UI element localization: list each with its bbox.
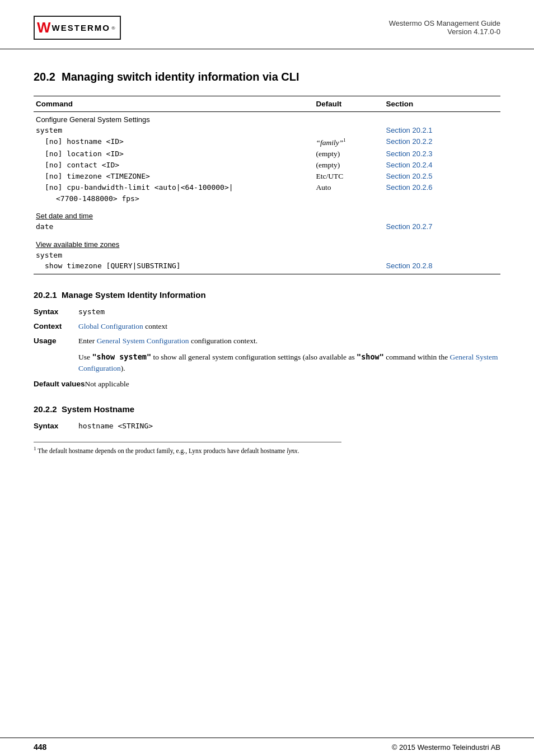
usage-block: Use "show system" to show all general sy… xyxy=(78,351,500,375)
default-cell: Etc/UTC xyxy=(313,171,383,182)
usage-link[interactable]: General System Configuration xyxy=(97,337,189,345)
col-header-section: Section xyxy=(383,96,500,112)
section-cell: Section 20.2.8 xyxy=(383,260,500,274)
logo-wrapper: W WESTERMO® xyxy=(34,16,121,40)
subsection-20-2-2-title: System Hostname xyxy=(62,404,134,414)
default-cell xyxy=(313,260,383,274)
table-row: [no] cpu-bandwidth-limit <auto|<64-10000… xyxy=(34,182,500,193)
footnote-num: 1 xyxy=(34,447,36,454)
section-cell: Section 20.2.3 xyxy=(383,148,500,160)
syntax-label: Syntax xyxy=(34,307,78,316)
doc-info: Westermo OS Management Guide Version 4.1… xyxy=(389,16,500,36)
syntax-code: system xyxy=(78,307,105,316)
default-values-label: Default values xyxy=(34,380,85,388)
command-table: Command Default Section Configure Genera… xyxy=(34,96,500,274)
usage-intro: Enter General System Configuration confi… xyxy=(78,337,257,346)
show-cmd: "show" xyxy=(357,353,384,361)
show-system-cmd: "show system" xyxy=(92,353,151,361)
main-content: 20.2 Managing switch identity informatio… xyxy=(0,49,534,471)
page-header: W WESTERMO® Westermo OS Management Guide… xyxy=(0,0,534,49)
cmd-cell: [no] contact <ID> xyxy=(34,160,313,171)
table-row: [no] contact <ID> (empty) Section 20.2.4 xyxy=(34,160,500,171)
section-heading: 20.2 Managing switch identity informatio… xyxy=(34,71,500,83)
cmd-cell: show timezone [QUERY|SUBSTRING] xyxy=(34,260,313,274)
cmd-cell: [no] timezone <TIMEZONE> xyxy=(34,171,313,182)
section-link-20-2-6[interactable]: Section 20.2.6 xyxy=(386,183,432,192)
subsection-heading-20-2-2: 20.2.2 System Hostname xyxy=(34,404,500,414)
table-row: Configure General System Settings xyxy=(34,112,500,125)
context-value: Global Configuration context xyxy=(78,322,167,331)
logo-w-letter: W xyxy=(37,19,51,36)
subsection-heading-20-2-1: 20.2.1 Manage System Identity Informatio… xyxy=(34,290,500,300)
table-row: show timezone [QUERY|SUBSTRING] Section … xyxy=(34,260,500,274)
table-row: [no] timezone <TIMEZONE> Etc/UTC Section… xyxy=(34,171,500,182)
page-number: 448 xyxy=(34,743,46,752)
subsection-title: Manage System Identity Information xyxy=(62,290,206,300)
group-label-timezone: View available time zones xyxy=(34,238,500,250)
section-link-20-2-8[interactable]: Section 20.2.8 xyxy=(386,262,432,270)
table-row: system xyxy=(34,250,500,260)
usage-item: Usage Enter General System Configuration… xyxy=(34,337,500,346)
table-row: date Section 20.2.7 xyxy=(34,221,500,232)
syntax-label-20-2-2: Syntax xyxy=(34,422,78,430)
section-cell: Section 20.2.6 xyxy=(383,182,500,193)
page-footer: 448 © 2015 Westermo Teleindustri AB xyxy=(0,738,534,756)
syntax-value-20-2-2: hostname <STRING> xyxy=(78,422,153,431)
section-link-20-2-2[interactable]: Section 20.2.2 xyxy=(386,137,432,146)
context-link[interactable]: Global Configuration xyxy=(78,322,143,330)
copyright: © 2015 Westermo Teleindustri AB xyxy=(392,743,500,752)
subsection-20-2-1: 20.2.1 Manage System Identity Informatio… xyxy=(34,290,500,389)
section-link-20-2-3[interactable]: Section 20.2.3 xyxy=(386,150,432,158)
cmd-cell: system xyxy=(34,250,313,260)
table-row: <7700-1488000> fps> xyxy=(34,193,500,204)
section-link-20-2-1[interactable]: Section 20.2.1 xyxy=(386,126,432,134)
syntax-item: Syntax system xyxy=(34,307,500,316)
table-row: [no] location <ID> (empty) Section 20.2.… xyxy=(34,148,500,160)
default-values-item: Default values Not applicable xyxy=(34,380,500,389)
footnote-area: 1 The default hostname depends on the pr… xyxy=(34,442,341,454)
cmd-cell: date xyxy=(34,221,313,232)
group-label: Configure General System Settings xyxy=(34,112,500,125)
default-cell: “family”1 xyxy=(313,136,383,148)
section-link-20-2-7[interactable]: Section 20.2.7 xyxy=(386,222,432,231)
default-cell xyxy=(313,221,383,232)
section-cell: Section 20.2.2 xyxy=(383,136,500,148)
syntax-code-20-2-2: hostname <STRING> xyxy=(78,422,153,430)
usage-label: Usage xyxy=(34,337,78,345)
section-link-20-2-5[interactable]: Section 20.2.5 xyxy=(386,172,432,180)
footnote-italic: lynx xyxy=(287,447,297,454)
section-cell: Section 20.2.1 xyxy=(383,125,500,136)
cmd-cell: [no] location <ID> xyxy=(34,148,313,160)
default-values-value: Not applicable xyxy=(85,380,129,389)
default-cell: Auto xyxy=(313,182,383,193)
section-cell: Section 20.2.5 xyxy=(383,171,500,182)
table-row xyxy=(34,204,500,209)
default-cell xyxy=(313,193,383,204)
cmd-cell: [no] hostname <ID> xyxy=(34,136,313,148)
cmd-cell: system xyxy=(34,125,313,136)
logo-area: W WESTERMO® xyxy=(34,16,121,40)
doc-title: Westermo OS Management Guide xyxy=(389,19,500,27)
section-link-20-2-4[interactable]: Section 20.2.4 xyxy=(386,161,432,169)
context-item: Context Global Configuration context xyxy=(34,322,500,331)
col-header-default: Default xyxy=(313,96,383,112)
default-cell xyxy=(313,250,383,260)
subsection-20-2-2: 20.2.2 System Hostname Syntax hostname <… xyxy=(34,404,500,431)
section-cell: Section 20.2.4 xyxy=(383,160,500,171)
section-cell xyxy=(383,193,500,204)
section-number: 20.2 xyxy=(34,71,55,83)
group-label-datetime: Set date and time xyxy=(34,209,500,221)
table-row: system Section 20.2.1 xyxy=(34,125,500,136)
logo-registered: ® xyxy=(111,25,115,31)
section-cell: Section 20.2.7 xyxy=(383,221,500,232)
subsection-20-2-2-number: 20.2.2 xyxy=(34,404,57,414)
section-cell xyxy=(383,250,500,260)
col-header-command: Command xyxy=(34,96,313,112)
syntax-value: system xyxy=(78,307,105,316)
table-row: Set date and time xyxy=(34,209,500,221)
default-cell: (empty) xyxy=(313,160,383,171)
table-row: View available time zones xyxy=(34,238,500,250)
context-label: Context xyxy=(34,322,78,330)
cmd-cell: <7700-1488000> fps> xyxy=(34,193,313,204)
section-title: Managing switch identity information via… xyxy=(62,71,299,83)
